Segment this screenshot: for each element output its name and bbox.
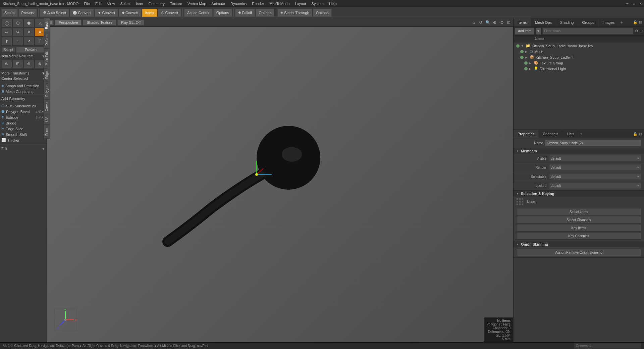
tab-items[interactable]: Items [514,18,531,27]
convert-button-3[interactable]: ◆ Convert [119,9,142,17]
panel-expand-icon[interactable]: ⊡ [639,20,642,24]
bot-panel-expand-icon[interactable]: ⊡ [639,132,642,136]
auto-select-button[interactable]: ⚙ Auto Select [40,9,69,17]
tab-mesh-ops[interactable]: Mesh Ops [531,18,556,27]
tree-item-root[interactable]: ▼ 📁 Kitchen_Soup_Ladle_modo_base.lxo [514,43,644,49]
tool-icon-11[interactable]: ↗ [23,37,34,46]
viewport-icon-snap[interactable]: ⊕ [492,20,498,25]
items-tree[interactable]: ▼ 📁 Kitchen_Soup_Ladle_modo_base.lxo ▶ ⬡… [514,42,644,130]
polygon-bevel-item[interactable]: ⬢ Polygon Bevel Shift+B [0,109,47,114]
bot-panel-lock-icon[interactable]: 🔒 [633,132,638,136]
menu-help[interactable]: Help [326,1,339,6]
tool-icon-5[interactable]: ↩ [1,28,12,37]
tool-icon-6[interactable]: ↪ [12,28,23,37]
mesh-constraints-item[interactable]: ⊞ Mesh Constraints [0,89,47,94]
add-geometry-item[interactable]: Add Geometry [0,96,47,101]
prop-render-value[interactable]: default ▼ [549,164,641,171]
filter-items-input[interactable] [542,28,634,35]
command-input[interactable] [574,343,641,349]
tab-images[interactable]: Images [599,18,619,27]
bridge-item[interactable]: ⊕ Bridge [0,120,47,126]
viewport-3d[interactable]: No Items Polygons : Face Channels: 0 Def… [47,27,513,342]
expand-mesh[interactable]: ▶ [525,50,530,53]
tab-shading[interactable]: Shading [556,18,578,27]
icon-transform-2[interactable]: ⊞ [12,59,23,68]
edge-slice-item[interactable]: ✂ Edge Slice [0,126,47,132]
vtab-edge[interactable]: Edge [44,68,50,82]
icon-transform-1[interactable]: ⊕ [1,59,12,68]
convert-button-1[interactable]: ⬤ Convert [70,9,94,17]
tab-groups[interactable]: Groups [578,18,598,27]
add-panel-tab-btn[interactable]: + [619,20,624,25]
extrude-item[interactable]: ⬆ Extrude Shift+X [0,114,47,120]
panel-lock-icon[interactable]: 🔒 [633,20,638,24]
menu-edit[interactable]: Edit [93,1,104,6]
bot-tab-lists[interactable]: Lists [563,130,579,138]
sculpt-mode-btn[interactable]: Sculpt [1,47,15,53]
bot-tab-properties[interactable]: Properties [514,130,539,138]
menu-dynamics[interactable]: Dynamics [228,1,249,6]
tool-icon-1[interactable]: ◯ [1,19,12,28]
tree-item-texture[interactable]: ▶ 🎨 Texture Group [514,60,644,66]
expand-root[interactable]: ▼ [521,44,526,48]
vtab-main-edit[interactable]: Main Edit [44,49,50,68]
tool-icon-10[interactable]: ↑ [12,37,23,46]
vtab-uv[interactable]: UV [44,114,50,125]
viewport-icon-search[interactable]: 🔍 [485,20,491,25]
select-through-button[interactable]: ◈ Select Through [277,9,312,17]
menu-view[interactable]: View [104,1,118,6]
menu-vertex-map[interactable]: Vertex Map [185,1,209,6]
prop-locked-value[interactable]: default ▼ [549,182,641,189]
sculpt-button[interactable]: Sculpt [1,9,18,17]
vtab-polygon[interactable]: Polygon [44,82,50,100]
menu-geometry[interactable]: Geometry [146,1,167,6]
sds-subdivide-item[interactable]: ⬡ SDS Subdivide 2X [0,103,47,109]
bot-tab-channels[interactable]: Channels [539,130,562,138]
options-2-button[interactable]: Options [256,9,274,17]
expand-ladle[interactable]: ▶ [525,56,530,59]
menu-animate[interactable]: Animate [209,1,228,6]
tool-icon-3[interactable]: ⬢ [23,19,34,28]
smooth-shift-item[interactable]: ≋ Smooth Shift [0,132,47,137]
add-bot-tab-btn[interactable]: + [579,132,584,136]
vtab-basic[interactable]: Basic [44,18,50,32]
vtab-curve[interactable]: Curve [44,100,50,114]
tree-item-ladle[interactable]: ▶ 📦 Kitchen_Soup_Ladle (2) [514,54,644,60]
assign-remove-onion-btn[interactable]: Assign/Remove Onion Skinning [516,249,641,256]
menu-render[interactable]: Render [249,1,267,6]
icon-transform-3[interactable]: ⊛ [23,59,34,68]
prop-visible-value[interactable]: default ▼ [549,155,641,162]
tool-icon-7[interactable]: ✕ [23,28,34,37]
filter-icon[interactable]: ⚙ [635,29,638,33]
maximize-button[interactable]: □ [631,1,637,6]
vtab-form[interactable]: Form [44,125,50,139]
items-tb-icon-2[interactable]: ⊡ [640,29,643,33]
close-button[interactable]: ✕ [638,1,643,6]
expand-light[interactable]: ▶ [529,67,534,70]
selection-keying-header[interactable]: Selection & Keying [514,191,644,197]
key-channels-btn[interactable]: Key Channels [516,232,641,240]
prop-selectable-value[interactable]: default ▼ [549,173,641,180]
menu-select[interactable]: Select [118,1,133,6]
presets-btn[interactable]: Presets [16,47,45,53]
tool-icon-2[interactable]: ⬡ [12,19,23,28]
minimize-button[interactable]: ─ [625,1,630,6]
menu-system[interactable]: System [309,1,326,6]
options-3-button[interactable]: Options [313,9,332,17]
viewport-tab-shaded[interactable]: Shaded Texture [83,19,116,26]
options-1-button[interactable]: Options [213,9,232,17]
snaps-precision-item[interactable]: ◈ Snaps and Precision [0,83,47,89]
add-item-dropdown-icon[interactable]: ▼ [536,28,541,35]
edit-dropdown-icon[interactable]: ▼ [42,147,45,151]
key-items-btn[interactable]: Key Items [516,224,641,232]
convert-button-2[interactable]: ▼ Convert [95,9,118,17]
members-section-header[interactable]: Members [514,148,644,154]
tool-icon-9[interactable]: ⬆ [1,37,12,46]
menu-item[interactable]: Item [133,1,146,6]
select-items-btn[interactable]: Select Items [516,208,641,215]
viewport-icon-settings[interactable]: ⚙ [499,20,505,25]
viewport-tab-raygl[interactable]: Ray GL: Off [117,19,144,26]
convert-button-4[interactable]: ◎ Convert [158,9,181,17]
expand-texture[interactable]: ▶ [529,61,534,65]
viewport-icon-expand[interactable]: ⊡ [506,20,512,25]
